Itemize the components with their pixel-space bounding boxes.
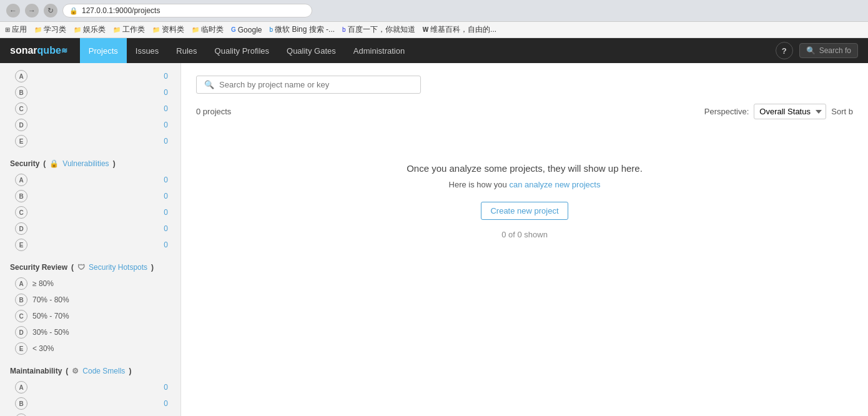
filter-count-b-top: 0 (164, 88, 168, 97)
filter-section-security-review: Security Review ( 🛡 Security Hotspots ) … (0, 257, 180, 360)
refresh-button[interactable]: ↻ (44, 4, 57, 17)
maint-filter-a[interactable]: A 0 (10, 379, 170, 395)
sec-grade-d: D (15, 222, 27, 235)
nav-projects[interactable]: Projects (80, 38, 127, 63)
security-review-tag[interactable]: Security Hotspots (89, 263, 147, 272)
security-filter-d[interactable]: D 0 (10, 220, 170, 237)
sec-review-filter-e[interactable]: E < 30% (10, 340, 170, 357)
filter-section-security: Security ( 🔒 Vulnerabilities ) A 0 B 0 (0, 153, 180, 257)
maint-filter-b[interactable]: B 0 (10, 395, 170, 412)
sec-review-filter-a[interactable]: A ≥ 80% (10, 275, 170, 292)
bookmark-study[interactable]: 📁 学习类 (34, 24, 66, 35)
sec-grade-e: E (15, 239, 27, 251)
bookmarks-bar: ⊞ 应用 📁 学习类 📁 娱乐类 📁 工作类 📁 资料类 📁 临时类 G Goo… (0, 22, 868, 38)
sr-range-e: < 30% (32, 344, 54, 353)
main-layout: A 0 B 0 C 0 D 0 (0, 63, 868, 416)
project-search-input[interactable] (219, 80, 413, 89)
gear-icon: ⚙ (72, 367, 79, 375)
nav-quality-gates[interactable]: Quality Gates (278, 38, 345, 63)
security-filter-a[interactable]: A 0 (10, 172, 170, 188)
sec-count-c: 0 (164, 208, 168, 217)
project-search-bar[interactable]: 🔍 (196, 76, 421, 94)
filter-row-e-top[interactable]: E 0 (10, 133, 170, 149)
sec-review-filter-c[interactable]: C 50% - 70% (10, 308, 170, 324)
security-paren-close: ) (113, 159, 116, 168)
security-label: Security (10, 159, 39, 168)
empty-state-link: Here is how you can analyze new projects (209, 180, 841, 189)
filter-row-d-top[interactable]: D 0 (10, 117, 170, 133)
maintainability-label: Maintainability (10, 367, 62, 375)
app-logo: sonarqube ≋ (10, 45, 67, 56)
nav-administration[interactable]: Administration (345, 38, 413, 63)
sec-grade-c: C (15, 206, 27, 219)
filter-row-c-top[interactable]: C 0 (10, 101, 170, 117)
bookmark-baidu[interactable]: b 百度一下，你就知道 (342, 24, 415, 35)
filter-count-d-top: 0 (164, 121, 168, 129)
m-count-a: 0 (164, 383, 168, 392)
maintainability-tag[interactable]: Code Smells (82, 367, 125, 375)
lock-icon: 🔒 (49, 159, 59, 168)
security-title: Security ( 🔒 Vulnerabilities ) (10, 159, 170, 168)
folder-icon-3: 📁 (113, 26, 121, 33)
address-bar[interactable]: 🔒 127.0.0.1:9000/projects (62, 4, 312, 17)
bookmark-google[interactable]: G Google (231, 26, 262, 34)
m-grade-b: B (15, 397, 27, 410)
sr-grade-b: B (15, 294, 27, 306)
app-header: sonarqube ≋ Projects Issues Rules Qualit… (0, 38, 868, 63)
bookmark-apps[interactable]: ⊞ 应用 (5, 24, 27, 35)
empty-state-title: Once you analyze some projects, they wil… (209, 163, 841, 174)
perspective-dropdown[interactable]: Overall Status (754, 104, 826, 119)
sec-count-e: 0 (164, 240, 168, 249)
forward-button[interactable]: → (25, 4, 39, 17)
sr-range-b: 70% - 80% (32, 295, 69, 304)
filter-section-top: A 0 B 0 C 0 D 0 (0, 63, 180, 153)
bookmark-bing[interactable]: b 微软 Bing 搜索 -... (269, 24, 335, 35)
logo-qube: qube (37, 45, 61, 56)
back-button[interactable]: ← (6, 4, 20, 17)
address-text: 127.0.0.1:9000/projects (82, 6, 160, 15)
bookmark-temp[interactable]: 📁 临时类 (192, 24, 224, 35)
sec-grade-a: A (15, 174, 27, 186)
empty-link-text: Here is how you (449, 180, 507, 189)
filter-row-a-top[interactable]: A 0 (10, 68, 170, 84)
create-project-button[interactable]: Create new project (481, 202, 568, 220)
folder-icon-4: 📁 (152, 26, 160, 33)
search-label: Search fo (819, 46, 851, 55)
help-button[interactable]: ? (776, 42, 793, 59)
security-paren-open: ( (43, 159, 46, 168)
sec-grade-b: B (15, 190, 27, 202)
nav-quality-profiles[interactable]: Quality Profiles (206, 38, 278, 63)
nav-issues[interactable]: Issues (127, 38, 168, 63)
sec-review-filter-d[interactable]: D 30% - 50% (10, 324, 170, 340)
apps-icon: ⊞ (5, 26, 10, 33)
bookmark-work[interactable]: 📁 工作类 (113, 24, 145, 35)
projects-count: 0 projects (196, 107, 231, 116)
bookmark-entertainment[interactable]: 📁 娱乐类 (74, 24, 106, 35)
filter-row-b-top[interactable]: B 0 (10, 84, 170, 101)
bookmark-wikipedia[interactable]: W 维基百科，自由的... (423, 24, 496, 35)
sr-range-c: 50% - 70% (32, 312, 69, 320)
security-filter-c[interactable]: C 0 (10, 204, 170, 220)
nav-rules[interactable]: Rules (167, 38, 205, 63)
grade-c-badge: C (15, 102, 27, 115)
maint-paren-open: ( (66, 367, 68, 375)
analyze-link[interactable]: can analyze new projects (509, 180, 600, 189)
security-filter-e[interactable]: E 0 (10, 237, 170, 253)
empty-state: Once you analyze some projects, they wil… (196, 138, 853, 264)
sr-range-d: 30% - 50% (32, 328, 69, 337)
security-filter-b[interactable]: B 0 (10, 188, 170, 204)
shown-count: 0 of 0 shown (209, 230, 841, 239)
folder-icon-2: 📁 (74, 26, 81, 33)
sec-count-b: 0 (164, 192, 168, 201)
global-search[interactable]: 🔍 Search fo (799, 43, 858, 58)
m-count-b: 0 (164, 399, 168, 408)
bookmark-resources[interactable]: 📁 资料类 (152, 24, 184, 35)
folder-icon: 📁 (34, 26, 42, 33)
sec-review-filter-b[interactable]: B 70% - 80% (10, 292, 170, 308)
sr-grade-e: E (15, 342, 27, 355)
wikipedia-icon: W (423, 26, 428, 33)
m-grade-a: A (15, 381, 27, 394)
filter-count-a-top: 0 (164, 72, 168, 81)
maint-filter-c[interactable]: C 0 (10, 412, 170, 416)
security-tag[interactable]: Vulnerabilities (62, 159, 109, 168)
